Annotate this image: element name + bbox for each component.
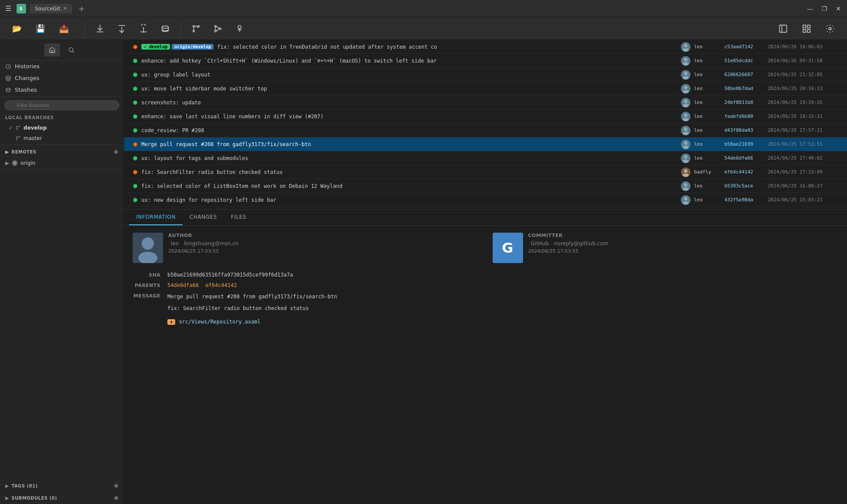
- commit-row-selected[interactable]: Merge pull request #208 from gadfly3173/…: [124, 137, 847, 151]
- sidebar-divider-2: [0, 144, 123, 145]
- pull-button[interactable]: [112, 22, 132, 35]
- window-controls: — ❐ ✕: [804, 4, 844, 13]
- svg-point-17: [69, 48, 73, 52]
- svg-point-39: [684, 127, 687, 131]
- histories-collapse-icon[interactable]: ▣: [108, 63, 112, 69]
- stash-button[interactable]: [155, 22, 175, 35]
- maximize-button[interactable]: ❐: [819, 4, 830, 13]
- open-folder-button[interactable]: 📂: [7, 22, 27, 35]
- commit-row[interactable]: ux: move left siderbar mode switcher top…: [124, 82, 847, 96]
- sidebar-divider-1: [0, 97, 123, 97]
- commit-date: 2024/06/25 18:15:31: [768, 113, 842, 119]
- commit-row[interactable]: code_review: PR #208 leo d43f88da03 2024…: [124, 123, 847, 137]
- tags-label: TAGS (81): [11, 484, 111, 488]
- badge-develop: ✓ develop: [141, 44, 170, 50]
- commit-row[interactable]: enhance: add hotkey `Ctrl+Shift+H` (Wind…: [124, 54, 847, 68]
- sidebar-item-changes[interactable]: Changes: [0, 72, 123, 84]
- commit-row[interactable]: ux: layout for tags and submodules leo 5…: [124, 151, 847, 165]
- save-button[interactable]: 💾: [30, 22, 50, 35]
- menu-icon[interactable]: ☰: [3, 3, 13, 14]
- tags-section-header[interactable]: ▶ TAGS (81) ⊕: [0, 480, 123, 492]
- tab-changes[interactable]: CHANGES: [183, 210, 224, 225]
- export-button[interactable]: 📤: [54, 22, 74, 35]
- remote-dot-icon: [12, 160, 18, 166]
- stashes-label: Stashes: [15, 87, 118, 93]
- sidebar-item-stashes[interactable]: Stashes: [0, 84, 123, 96]
- commit-message: screenshots: update: [141, 100, 681, 106]
- remotes-add-icon[interactable]: ⊕: [114, 149, 118, 155]
- sidebar-item-histories[interactable]: Histories ▣ ↺: [0, 60, 123, 72]
- svg-point-29: [684, 58, 687, 61]
- sidebar-toggle-button[interactable]: [773, 22, 793, 35]
- sidebar-toggle-icon: [778, 24, 788, 33]
- commit-row[interactable]: enhance: save last visual line numbers i…: [124, 110, 847, 123]
- commit-row[interactable]: ux: new design for repository left side …: [124, 193, 847, 207]
- tags-action-icon[interactable]: ⊕: [114, 483, 118, 489]
- tab-files[interactable]: FILES: [224, 210, 253, 225]
- home-button[interactable]: [44, 43, 60, 57]
- commit-row[interactable]: screenshots: update leo 24bf8811b8 2024/…: [124, 96, 847, 110]
- commit-row[interactable]: ux: group label layout leo 6206626687 20…: [124, 68, 847, 82]
- submodules-section-header[interactable]: ▶ SUBMODULES (0) ⊕: [0, 492, 123, 504]
- branch-develop[interactable]: ✓ develop ▽: [0, 123, 123, 133]
- svg-point-45: [684, 169, 687, 173]
- detail-content: AUTHOR leo longshuang@msn.cn 2024/06/25 …: [124, 226, 847, 375]
- commit-row[interactable]: fix: SearchFilter radio button checked s…: [124, 165, 847, 179]
- branch-master[interactable]: master ▽: [0, 133, 123, 144]
- tab-changes-label: CHANGES: [190, 214, 217, 220]
- app-tab[interactable]: SourceGit ✕: [30, 4, 72, 13]
- branch-button[interactable]: [186, 22, 206, 35]
- message-line2: [167, 301, 337, 304]
- remote-origin[interactable]: ▶ origin: [0, 158, 123, 168]
- detail-file: + src/Views/Repository.axaml: [167, 319, 260, 325]
- toolbar-separator-2: [180, 22, 181, 36]
- commit-dot: [133, 198, 137, 202]
- parent1-link[interactable]: 54de6dfa66: [167, 282, 199, 288]
- fetch-button[interactable]: [90, 22, 110, 35]
- submodules-action-icon[interactable]: ⊕: [114, 495, 118, 501]
- svg-point-40: [683, 132, 689, 135]
- minimize-button[interactable]: —: [804, 4, 816, 13]
- tab-add-button[interactable]: +: [76, 4, 87, 13]
- remote-origin-label: origin: [20, 160, 35, 166]
- merge-button[interactable]: [208, 22, 228, 35]
- commit-avatar: [681, 42, 690, 52]
- svg-point-3: [193, 25, 195, 27]
- sidebar: Histories ▣ ↺ Changes Stashes LOCAL BRAN…: [0, 40, 124, 504]
- commit-dot: [133, 156, 137, 160]
- commit-row[interactable]: fix: selected color of ListBoxItem not w…: [124, 179, 847, 193]
- develop-filter-icon[interactable]: ▽: [114, 125, 118, 131]
- tags-actions: ⊕: [114, 483, 118, 489]
- master-filter-icon[interactable]: ▽: [114, 135, 118, 141]
- svg-point-9: [238, 25, 241, 28]
- commit-dot: [133, 59, 137, 63]
- settings-button[interactable]: [820, 22, 840, 35]
- tab-close-button[interactable]: ✕: [63, 6, 67, 11]
- commit-list[interactable]: ✓ develop origin/develop fix: selected c…: [124, 40, 847, 210]
- remotes-section-header[interactable]: ▶ REMOTES ⊕: [0, 146, 123, 158]
- histories-refresh-icon[interactable]: ↺: [114, 63, 118, 69]
- stash-icon: [160, 24, 170, 33]
- tab-information[interactable]: INFORMATION: [129, 210, 183, 225]
- commit-date: 2024/06/25 19:39:25: [768, 100, 842, 105]
- commit-row[interactable]: ✓ develop origin/develop fix: selected c…: [124, 40, 847, 54]
- svg-point-22: [19, 126, 20, 127]
- committer-name: GitHub: [531, 240, 549, 247]
- toolbar-separator: [84, 22, 85, 36]
- message-line3: fix: SearchFilter radio button checked s…: [167, 304, 337, 313]
- parent2-link[interactable]: ef64c44142: [205, 282, 237, 288]
- commit-author: leo: [694, 72, 724, 77]
- layout-button[interactable]: [797, 22, 817, 35]
- commit-author: leo: [694, 100, 724, 105]
- svg-point-7: [215, 30, 217, 32]
- commit-author: leo: [694, 113, 724, 119]
- detail-panel: INFORMATION CHANGES FILES: [124, 210, 847, 375]
- filter-branches-input[interactable]: [4, 100, 119, 110]
- push-button[interactable]: [133, 22, 153, 35]
- commit-dot: [133, 184, 137, 188]
- search-button[interactable]: [63, 43, 79, 57]
- graph-col: [129, 45, 141, 49]
- close-button[interactable]: ✕: [833, 4, 844, 13]
- cherry-pick-button[interactable]: [230, 22, 250, 35]
- tab-information-label: INFORMATION: [136, 214, 176, 220]
